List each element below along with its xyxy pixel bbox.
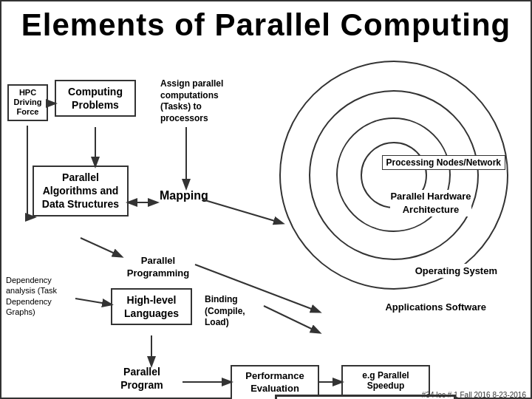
os-label: Operating System	[412, 264, 501, 278]
main-title: Elements of Parallel Computing	[1, 1, 531, 46]
parallel-hw-label: Parallel Hardware Architecture	[390, 190, 471, 216]
binding-label: Binding (Compile, Load)	[205, 294, 264, 329]
circles-container	[279, 61, 508, 290]
svg-line-4	[202, 200, 282, 223]
hpc-box: HPC Driving Force	[7, 84, 48, 121]
svg-line-9	[264, 306, 319, 332]
dependency-label: Dependency analysis (Task Dependency Gra…	[6, 275, 76, 317]
app-label: Applications Software	[381, 300, 490, 314]
footer-text: #34 lec # 1 Fall 2016 8-23-2016	[422, 391, 526, 399]
parallel-programming-label: Parallel Programming	[121, 254, 195, 281]
high-level-box: High-level Languages	[111, 288, 192, 325]
svg-line-5	[81, 238, 121, 256]
parallel-program-box: Parallel Program	[101, 365, 183, 392]
computing-problems-box: Computing Problems	[55, 80, 136, 117]
processing-nodes-label: Processing Nodes/Network	[382, 155, 505, 170]
svg-line-7	[75, 299, 111, 304]
content-area: Processing Nodes/Network Parallel Hardwa…	[1, 46, 531, 399]
speedup-box: e.g Parallel Speedup	[341, 365, 430, 396]
parallel-algo-box: Parallel Algorithms and Data Structures	[33, 166, 129, 216]
mapping-label: Mapping	[157, 188, 211, 204]
assign-label: Assign parallel computations (Tasks) to …	[160, 78, 227, 124]
page: Elements of Parallel Computing Processin…	[0, 0, 532, 399]
